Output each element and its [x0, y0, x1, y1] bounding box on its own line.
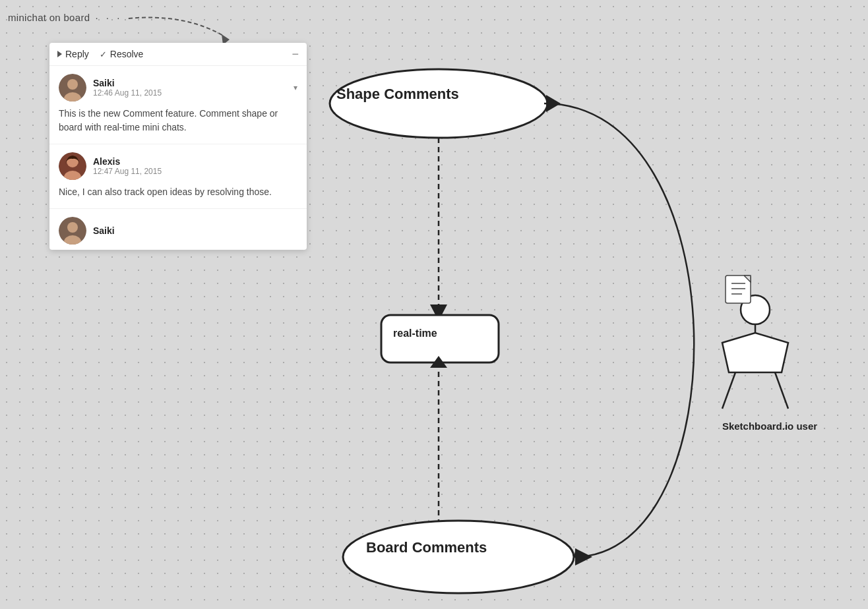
- comment-entry: Saiki 12:46 Aug 11, 2015 ▾ This is the n…: [49, 66, 307, 144]
- comment-meta: Alexis 12:47 Aug 11, 2015: [93, 156, 162, 176]
- comment-author: Saiki: [93, 78, 162, 88]
- svg-marker-3: [430, 304, 447, 321]
- svg-point-26: [67, 222, 78, 233]
- comment-entry: Alexis 12:47 Aug 11, 2015 Nice, I can al…: [49, 144, 307, 209]
- comment-header: Alexis 12:47 Aug 11, 2015: [59, 152, 297, 180]
- svg-point-11: [741, 295, 770, 324]
- svg-line-13: [722, 372, 735, 409]
- comment-header: Saiki 12:46 Aug 11, 2015 ▾: [59, 74, 297, 102]
- resolve-label: Resolve: [110, 49, 144, 59]
- reply-button[interactable]: Reply: [57, 49, 89, 59]
- check-icon: ✓: [100, 49, 107, 59]
- svg-marker-9: [546, 95, 561, 112]
- svg-point-7: [343, 521, 574, 593]
- reply-label: Reply: [65, 49, 89, 59]
- comment-text: Nice, I can also track open ideas by res…: [59, 185, 297, 199]
- comment-time: 12:47 Aug 11, 2015: [93, 167, 162, 176]
- minimize-button[interactable]: −: [292, 48, 299, 60]
- svg-rect-4: [381, 315, 499, 362]
- svg-line-14: [775, 372, 788, 409]
- board-comments-label: Board Comments: [366, 539, 487, 556]
- dropdown-icon[interactable]: ▾: [294, 83, 297, 92]
- board-title: minichat on board: [8, 12, 133, 23]
- comment-panel: Reply ✓ Resolve − Saiki 12:46 Aug 11,: [49, 43, 307, 250]
- comment-entry-partial: Saiki: [49, 209, 307, 250]
- svg-marker-8: [574, 548, 582, 557]
- reply-icon: [57, 51, 62, 57]
- svg-rect-15: [726, 276, 751, 303]
- avatar: [59, 74, 86, 102]
- real-time-label: real-time: [393, 328, 437, 339]
- comment-time: 12:46 Aug 11, 2015: [93, 88, 162, 98]
- comment-author: Saiki: [93, 225, 115, 236]
- comment-text: This is the new Comment feature. Comment…: [59, 107, 297, 134]
- comment-toolbar: Reply ✓ Resolve −: [49, 43, 307, 66]
- shape-comments-label: Shape Comments: [336, 86, 459, 103]
- svg-marker-6: [430, 356, 447, 368]
- svg-point-1: [330, 69, 547, 138]
- svg-point-20: [67, 79, 78, 90]
- user-label: Sketchboard.io user: [704, 420, 836, 432]
- resolve-button[interactable]: ✓ Resolve: [100, 49, 144, 59]
- comment-meta: Saiki 12:46 Aug 11, 2015: [93, 78, 162, 98]
- avatar: [59, 217, 86, 245]
- svg-marker-10: [575, 548, 592, 566]
- avatar: [59, 152, 86, 180]
- comment-author: Alexis: [93, 156, 162, 167]
- comment-list: Saiki 12:46 Aug 11, 2015 ▾ This is the n…: [49, 66, 307, 250]
